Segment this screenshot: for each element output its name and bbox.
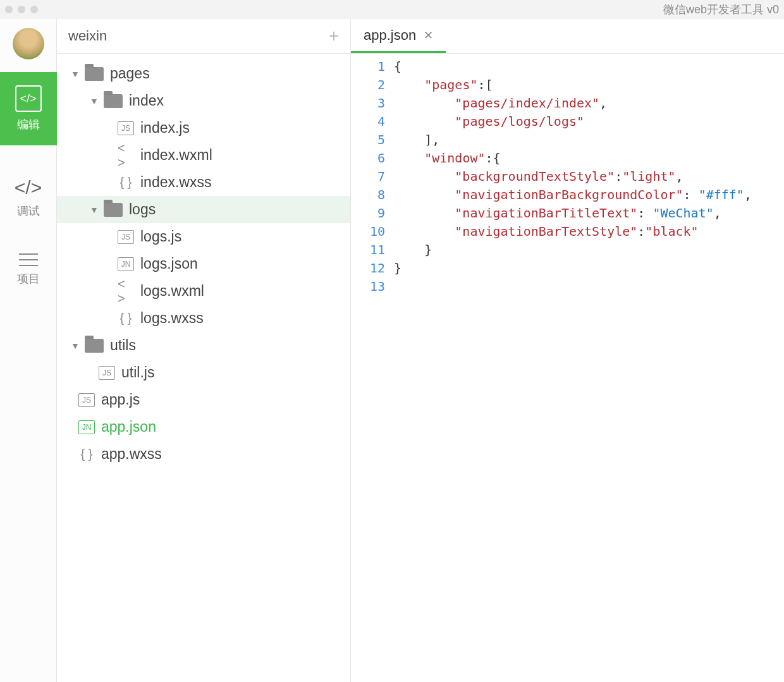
code-editor[interactable]: 12345678910111213 { "pages":[ "pages/ind… <box>351 54 784 682</box>
left-sidebar: </> 编辑 </> 调试 项目 <box>0 19 57 682</box>
file-app-js[interactable]: JS app.js <box>57 386 350 413</box>
js-icon: JS <box>99 366 115 380</box>
file-logs-json[interactable]: JN logs.json <box>57 250 350 277</box>
code-content[interactable]: { "pages":[ "pages/index/index", "pages/… <box>394 58 784 682</box>
folder-label: utils <box>110 337 136 354</box>
avatar[interactable] <box>13 28 44 59</box>
wxss-icon: { } <box>78 448 95 461</box>
js-icon: JS <box>118 230 134 244</box>
file-app-wxss[interactable]: { } app.wxss <box>57 441 350 468</box>
file-label: index.wxml <box>140 147 212 164</box>
chevron-down-icon: ▼ <box>71 69 78 79</box>
folder-utils[interactable]: ▼ utils <box>57 332 350 359</box>
project-name: weixin <box>68 28 107 44</box>
close-dot[interactable] <box>5 6 13 13</box>
js-icon: JS <box>118 121 134 135</box>
file-label: logs.js <box>140 228 181 245</box>
file-logs-wxss[interactable]: { } logs.wxss <box>57 305 350 332</box>
file-index-js[interactable]: JS index.js <box>57 114 350 142</box>
nav-project[interactable]: 项目 <box>0 253 57 286</box>
folder-label: logs <box>129 201 156 218</box>
file-label: app.js <box>101 391 140 408</box>
file-logs-js[interactable]: JS logs.js <box>57 223 350 250</box>
file-util-js[interactable]: JS util.js <box>57 359 350 386</box>
nav-edit[interactable]: </> 编辑 <box>0 72 57 145</box>
editor-tabs: app.json ✕ <box>351 19 784 54</box>
zoom-dot[interactable] <box>30 6 38 13</box>
nav-debug-label: 调试 <box>17 204 40 219</box>
window-controls <box>5 6 38 13</box>
window-title: 微信web开发者工具 v0 <box>663 2 779 17</box>
project-header: weixin + <box>57 19 350 54</box>
editor-pane: app.json ✕ 12345678910111213 { "pages":[… <box>351 19 784 682</box>
file-index-wxml[interactable]: < > index.wxml <box>57 142 350 169</box>
js-icon: JS <box>78 393 95 407</box>
line-gutter: 12345678910111213 <box>351 58 394 682</box>
folder-logs[interactable]: ▼ logs <box>57 196 350 223</box>
folder-icon <box>85 339 104 353</box>
folder-label: pages <box>110 65 150 82</box>
file-tree-panel: weixin + ▼ pages ▼ index JS index.js <box>57 19 351 682</box>
wxss-icon: { } <box>118 312 134 326</box>
code-icon: </> <box>15 85 42 112</box>
minimize-dot[interactable] <box>18 6 25 13</box>
json-icon: JN <box>78 420 95 434</box>
file-label: index.js <box>140 119 190 137</box>
tab-label: app.json <box>364 27 416 44</box>
chevron-down-icon: ▼ <box>90 205 97 215</box>
file-label: index.wxss <box>140 174 211 191</box>
add-button[interactable]: + <box>329 26 339 46</box>
close-icon[interactable]: ✕ <box>424 28 433 42</box>
chevron-down-icon: ▼ <box>90 96 97 106</box>
nav-debug[interactable]: </> 调试 <box>0 177 57 219</box>
file-logs-wxml[interactable]: < > logs.wxml <box>57 277 350 305</box>
folder-label: index <box>129 92 164 109</box>
file-tree: ▼ pages ▼ index JS index.js < > index.wx… <box>57 54 350 468</box>
folder-pages[interactable]: ▼ pages <box>57 60 350 87</box>
tab-app-json[interactable]: app.json ✕ <box>351 19 446 53</box>
file-label: logs.wxml <box>140 283 204 300</box>
file-label: app.json <box>101 418 156 435</box>
file-label: logs.json <box>140 255 198 272</box>
file-label: util.js <box>121 364 154 381</box>
folder-icon <box>104 94 123 108</box>
folder-icon <box>104 203 123 217</box>
wxml-icon: < > <box>118 149 134 162</box>
nav-edit-label: 编辑 <box>17 117 40 132</box>
nav-project-label: 项目 <box>17 271 40 286</box>
folder-icon <box>85 67 104 81</box>
menu-icon <box>19 253 38 266</box>
file-label: app.wxss <box>101 446 162 463</box>
json-icon: JN <box>118 257 134 271</box>
chevron-down-icon: ▼ <box>71 341 78 351</box>
folder-index[interactable]: ▼ index <box>57 87 350 114</box>
wxss-icon: { } <box>118 176 134 190</box>
titlebar: 微信web开发者工具 v0 <box>0 0 784 19</box>
debug-icon: </> <box>15 177 42 198</box>
file-app-json[interactable]: JN app.json <box>57 413 350 441</box>
wxml-icon: < > <box>118 284 134 298</box>
file-index-wxss[interactable]: { } index.wxss <box>57 169 350 196</box>
file-label: logs.wxss <box>140 310 204 327</box>
